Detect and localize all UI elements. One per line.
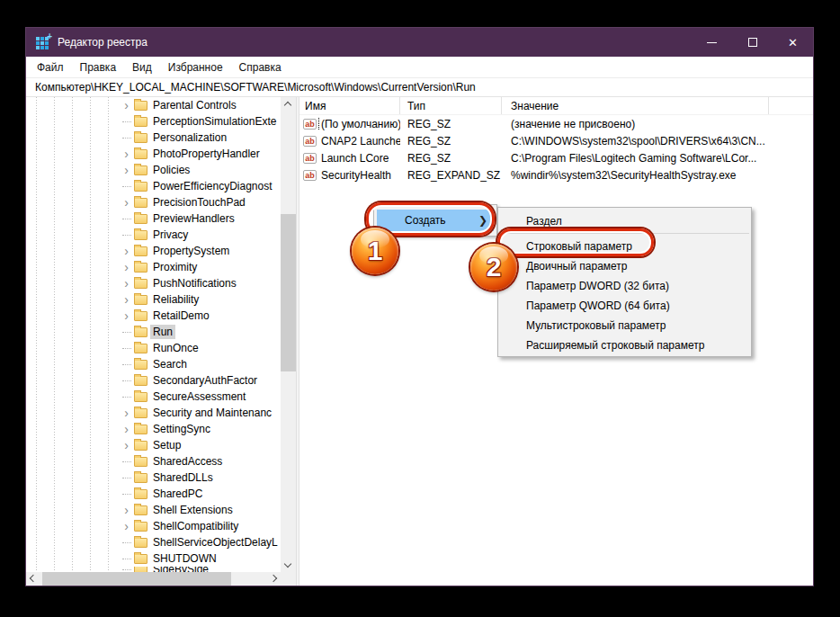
tree-expander[interactable]: › (119, 453, 134, 469)
menu-help[interactable]: Справка (231, 61, 290, 74)
tree-item[interactable]: › Personalization (26, 130, 281, 146)
tree-item-label: Personalization (150, 130, 229, 145)
tree-item[interactable]: › SettingSync (26, 421, 281, 437)
value-row[interactable]: ab SecurityHealth REG_EXPAND_SZ %windir%… (299, 166, 813, 183)
tree-item[interactable]: › Shell Extensions (26, 502, 281, 518)
menu-favorites[interactable]: Избранное (160, 61, 231, 74)
tree-item[interactable]: › SecondaryAuthFactor (26, 372, 281, 389)
tree-expander[interactable]: › (119, 389, 134, 405)
scroll-up-icon[interactable] (284, 102, 291, 109)
tree-item[interactable]: › Reliability (26, 291, 281, 308)
folder-icon (134, 522, 147, 532)
tree-expander[interactable]: › (119, 178, 134, 194)
tree-item[interactable]: › SharedPC (26, 486, 281, 502)
tree-connector (122, 364, 131, 365)
menu-item-key[interactable]: Раздел (498, 211, 751, 230)
tree-item[interactable]: › PushNotifications (26, 275, 281, 291)
submenu-item[interactable]: Параметр QWORD (64 бита) (498, 296, 751, 316)
column-header-name[interactable]: Имя (299, 97, 400, 114)
tree-expander[interactable]: › (119, 518, 134, 534)
submenu-item[interactable]: Двоичный параметр (498, 256, 751, 276)
tree-item[interactable]: › Privacy (26, 227, 281, 243)
tree-item[interactable]: › Policies (26, 162, 281, 178)
folder-icon (134, 457, 147, 467)
tree-item[interactable]: › ShellServiceObjectDelayL (26, 534, 281, 550)
tree-expander[interactable]: › (119, 340, 134, 356)
tree-expander[interactable]: › (119, 97, 134, 113)
tree-item[interactable]: › Setup (26, 437, 281, 453)
tree-vertical-scrollbar[interactable] (281, 97, 296, 572)
vertical-scrollbar-thumb[interactable] (281, 214, 296, 371)
tree-expander[interactable]: › (119, 243, 134, 259)
tree-item[interactable]: › RunOnce (26, 340, 281, 356)
tree-expander[interactable]: › (119, 227, 134, 243)
tree-expander[interactable]: › (119, 130, 134, 146)
tree-expander[interactable]: › (119, 259, 134, 275)
tree-horizontal-scrollbar[interactable] (26, 572, 281, 586)
value-name: CNAP2 Launcher (319, 135, 400, 148)
tree-item[interactable]: › PowerEfficiencyDiagnost (26, 178, 281, 194)
tree-item[interactable]: › Security and Maintenanc (26, 405, 281, 421)
tree-expander[interactable]: › (119, 356, 134, 372)
close-button[interactable]: ✕ (773, 28, 813, 57)
tree-expander[interactable]: › (119, 550, 134, 567)
maximize-button[interactable] (732, 28, 773, 57)
tree-item[interactable]: › SharedAccess (26, 453, 281, 469)
tree-expander[interactable]: › (119, 146, 134, 162)
tree-expander[interactable]: › (119, 291, 134, 308)
horizontal-scrollbar-thumb[interactable] (42, 572, 231, 586)
tree-expander[interactable]: › (119, 308, 134, 324)
chevron-right-icon: › (124, 165, 129, 174)
minimize-button[interactable] (692, 28, 732, 57)
tree-item[interactable]: › PropertySystem (26, 243, 281, 259)
tree-item[interactable]: › Run (26, 324, 281, 340)
tree-expander[interactable]: › (119, 437, 134, 453)
menu-file[interactable]: Файл (29, 61, 72, 74)
tree-expander[interactable]: › (119, 162, 134, 178)
tree-expander[interactable]: › (119, 421, 134, 437)
chevron-right-icon: › (124, 279, 129, 288)
tree-item[interactable]: › PreviewHandlers (26, 210, 281, 227)
tree-expander[interactable]: › (119, 194, 134, 210)
tree-item[interactable]: › ShellCompatibility (26, 518, 281, 534)
tree-expander[interactable]: › (119, 324, 134, 340)
scroll-right-icon[interactable] (270, 575, 277, 582)
submenu-item[interactable]: Расширяемый строковый параметр (498, 335, 751, 355)
tree-expander[interactable]: › (119, 486, 134, 502)
submenu-item[interactable]: Параметр DWORD (32 бита) (498, 276, 751, 296)
address-bar[interactable]: Компьютер\HKEY_LOCAL_MACHINE\SOFTWARE\Mi… (26, 77, 813, 97)
tree-item[interactable]: › RetailDemo (26, 308, 281, 324)
tree-item-label: PhotoPropertyHandler (150, 147, 263, 161)
column-header-type[interactable]: Тип (400, 97, 502, 114)
value-row[interactable]: ab CNAP2 Launcher REG_SZ C:\WINDOWS\syst… (299, 132, 813, 149)
step-2-number: 2 (487, 252, 502, 282)
menu-edit[interactable]: Правка (72, 61, 125, 74)
tree-item-label: PushNotifications (150, 276, 239, 291)
tree-expander[interactable]: › (119, 534, 134, 550)
submenu-item[interactable]: Мультистроковый параметр (498, 316, 751, 335)
value-data: %windir%\system32\SecurityHealthSystray.… (502, 169, 813, 182)
tree-item[interactable]: › SHUTDOWN (26, 550, 281, 567)
tree-item[interactable]: › SecureAssessment (26, 389, 281, 405)
value-row[interactable]: ab (По умолчанию) REG_SZ (значение не пр… (299, 115, 813, 132)
tree-item[interactable]: › PrecisionTouchPad (26, 194, 281, 210)
tree-item[interactable]: › Search (26, 356, 281, 372)
tree-item[interactable]: › PerceptionSimulationExte (26, 113, 281, 130)
tree-item-label: PerceptionSimulationExte (150, 114, 279, 129)
scroll-down-icon[interactable] (284, 560, 291, 568)
scroll-left-icon[interactable] (30, 575, 37, 582)
tree-item[interactable]: › Parental Controls (26, 97, 281, 113)
tree-expander[interactable]: › (119, 113, 134, 130)
tree-expander[interactable]: › (119, 405, 134, 421)
tree-expander[interactable]: › (119, 275, 134, 291)
tree-expander[interactable]: › (119, 372, 134, 389)
value-row[interactable]: ab Launch LCore REG_SZ C:\Program Files\… (299, 149, 813, 166)
tree-expander[interactable]: › (119, 469, 134, 486)
tree-expander[interactable]: › (119, 210, 134, 227)
tree-expander[interactable]: › (119, 502, 134, 518)
tree-item[interactable]: › SharedDLLs (26, 469, 281, 486)
menu-view[interactable]: Вид (124, 61, 160, 74)
tree-item[interactable]: › PhotoPropertyHandler (26, 146, 281, 162)
tree-item[interactable]: › Proximity (26, 259, 281, 275)
column-header-value[interactable]: Значение (502, 97, 769, 114)
